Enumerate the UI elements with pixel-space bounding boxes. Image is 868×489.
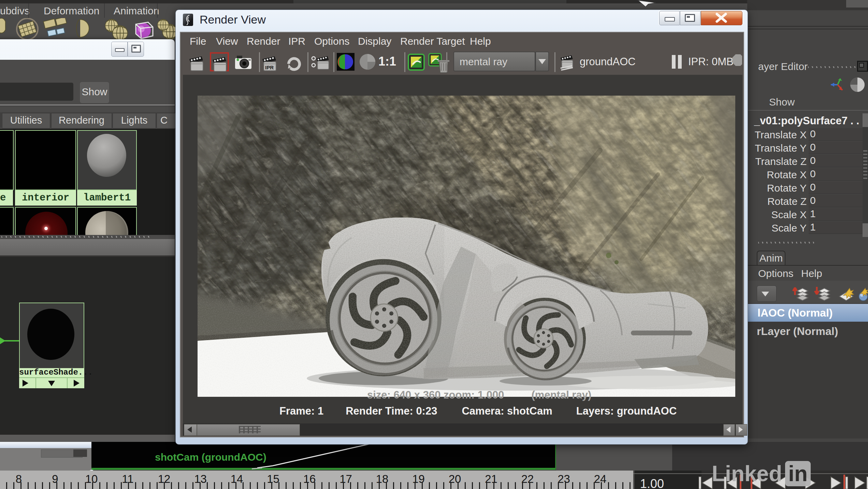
svg-text:IPR: IPR bbox=[265, 65, 274, 70]
svg-text:IPR: 0MB: IPR: 0MB bbox=[688, 56, 734, 68]
svg-text:1:1: 1:1 bbox=[378, 54, 396, 68]
svg-text:groundAOC: groundAOC bbox=[580, 56, 636, 68]
